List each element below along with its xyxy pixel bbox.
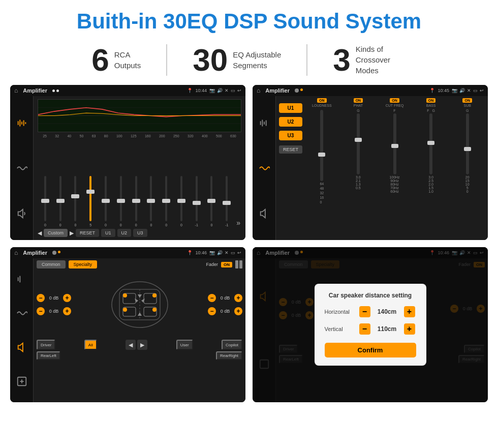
cross-u1-btn[interactable]: U1 [279, 103, 302, 113]
vol2-plus[interactable]: + [63, 307, 71, 315]
eq-slider-2[interactable]: 0 [54, 176, 67, 227]
vol1-plus[interactable]: + [63, 294, 71, 302]
eq-reset-btn[interactable]: RESET [76, 229, 99, 237]
speaker-content: Common Specialty Fader ON [34, 258, 245, 402]
eq-time: 📍 10:44 📷🔊✕▭↩ [187, 88, 241, 93]
horizontal-plus-btn[interactable]: + [404, 306, 415, 317]
eq-slider-13[interactable]: -1 [220, 176, 233, 227]
eq-slider-10[interactable]: 0 [175, 176, 188, 227]
eq-status-icons: 📷🔊✕▭↩ [209, 88, 241, 93]
vol2-minus[interactable]: − [37, 307, 45, 315]
loudness-label: LOUDNESS [312, 104, 332, 108]
bass-on[interactable]: ON [426, 98, 436, 103]
all-btn[interactable]: All [84, 340, 97, 350]
rearright-btn[interactable]: RearRight [216, 351, 242, 360]
arrow-left[interactable]: ◀ [126, 340, 136, 350]
loudness-on[interactable]: ON [317, 98, 327, 103]
eq-prev-btn[interactable]: ◀ [38, 230, 42, 236]
specialty-tab[interactable]: Specialty [69, 260, 98, 268]
cross-u3-btn[interactable]: U3 [279, 131, 302, 140]
svg-point-29 [123, 308, 127, 312]
wave-icon[interactable] [15, 161, 29, 175]
eq-graph [38, 99, 241, 132]
svg-marker-16 [18, 343, 22, 352]
confirm-button[interactable]: Confirm [325, 343, 416, 357]
eq-slider-4[interactable]: 5 [84, 176, 97, 227]
spec-rca-number: 6 [91, 44, 109, 76]
eq-play-btn[interactable]: ▶ [70, 230, 74, 236]
eq-slider-6[interactable]: 0 [114, 176, 128, 227]
bass-col: ON BASS F G 3.02.52.01.51.0 [414, 98, 449, 238]
spk-dot-1 [52, 251, 56, 255]
eq-icon[interactable] [15, 116, 29, 130]
spec-crossover: 3 Kinds ofCrossover Modes [307, 44, 431, 76]
speaker-diagram-area: − 0 dB + − 0 dB + [37, 272, 242, 338]
eq-slider-5[interactable]: 0 [99, 176, 112, 227]
spk-time: 📍 10:46 📷🔊✕▭↩ [187, 250, 241, 255]
cross-wave-icon[interactable] [257, 161, 271, 175]
spec-rca: 6 RCAOutputs [66, 44, 167, 76]
eq-slider-1[interactable]: 0 [39, 176, 52, 227]
cross-speaker-icon[interactable] [257, 206, 271, 221]
cross-home-icon: ⌂ [257, 87, 260, 94]
horizontal-label: Horizontal [325, 309, 355, 315]
spk-wave-icon[interactable] [15, 306, 29, 320]
rearleft-btn[interactable]: RearLeft [37, 351, 60, 360]
fader-on-toggle[interactable]: ON [221, 262, 232, 267]
eq-slider-11[interactable]: -1 [190, 176, 203, 227]
fader-row: Fader ON [206, 260, 242, 268]
speaker-screen-card: ⌂ Amplifier 📍 10:46 📷🔊✕▭↩ [10, 247, 245, 402]
vol3-value: 0 dB [218, 295, 232, 301]
spk-app-title: Amplifier [23, 250, 47, 256]
crossover-content: U1 U2 U3 RESET ON LOUDNESS 644832160 [276, 96, 488, 240]
cross-eq-icon[interactable] [257, 116, 271, 130]
speaker-tabs: Common Specialty [37, 260, 97, 268]
eq-sliders-row: 0 0 0 5 0 [38, 140, 241, 227]
horizontal-minus-btn[interactable]: − [359, 306, 370, 317]
vol1-minus[interactable]: − [37, 294, 45, 302]
user-btn[interactable]: User [176, 340, 193, 350]
phat-on[interactable]: ON [354, 98, 363, 103]
eq-u2-btn[interactable]: U2 [117, 229, 132, 237]
spec-eq-text: EQ AdjustableSegments [233, 49, 281, 71]
cross-u2-btn[interactable]: U2 [279, 117, 302, 127]
eq-custom-btn[interactable]: Custom [44, 229, 68, 237]
distance-screen-card: ⌂ Amplifier 📍 10:46 📷🔊✕▭↩ [253, 247, 488, 402]
eq-u3-btn[interactable]: U3 [133, 229, 147, 237]
eq-slider-9[interactable]: 0 [160, 176, 173, 227]
sub-col: ON SUB G 20151050 [450, 98, 485, 238]
spk-expand-icon[interactable] [15, 374, 29, 389]
svg-point-30 [152, 308, 157, 312]
bottom-labels: Driver All ◀ ▶ User Copilot [37, 340, 242, 350]
eq-slider-8[interactable]: 0 [144, 176, 158, 227]
vol4-minus[interactable]: − [208, 307, 216, 315]
fader-label: Fader [206, 262, 218, 267]
vertical-plus-btn[interactable]: + [404, 323, 415, 335]
cross-status-icons: 📷🔊✕▭↩ [452, 88, 484, 93]
copilot-btn[interactable]: Copilot [222, 340, 242, 350]
arrow-right[interactable]: ▶ [137, 340, 147, 350]
spk-status-bar: ⌂ Amplifier 📍 10:46 📷🔊✕▭↩ [10, 247, 245, 258]
spk-eq-icon[interactable] [15, 272, 29, 286]
cross-reset-btn[interactable]: RESET [279, 145, 302, 154]
cutfreq-on[interactable]: ON [390, 98, 399, 103]
vol3-plus[interactable]: + [234, 294, 242, 302]
vol4-plus[interactable]: + [234, 307, 242, 315]
vertical-minus-btn[interactable]: − [359, 323, 370, 335]
eq-u1-btn[interactable]: U1 [101, 229, 115, 237]
eq-slider-7[interactable]: 0 [130, 176, 143, 227]
eq-status-dots [52, 89, 59, 92]
cross-app-title: Amplifier [265, 87, 290, 94]
speaker-icon[interactable] [15, 206, 29, 221]
spec-crossover-number: 3 [333, 44, 350, 76]
eq-slider-3[interactable]: 0 [69, 176, 82, 227]
driver-btn[interactable]: Driver [37, 340, 55, 350]
crossover-sliders: ON LOUDNESS 644832160 ON PHAT G [304, 98, 485, 238]
eq-slider-12[interactable]: 0 [205, 176, 219, 227]
vol3-minus[interactable]: − [208, 294, 216, 302]
spk-speaker-icon[interactable] [15, 340, 29, 354]
common-tab[interactable]: Common [37, 260, 66, 268]
sub-on[interactable]: ON [462, 98, 472, 103]
specs-row: 6 RCAOutputs 30 EQ AdjustableSegments 3 … [0, 39, 498, 85]
spk-dot-2 [58, 251, 60, 253]
